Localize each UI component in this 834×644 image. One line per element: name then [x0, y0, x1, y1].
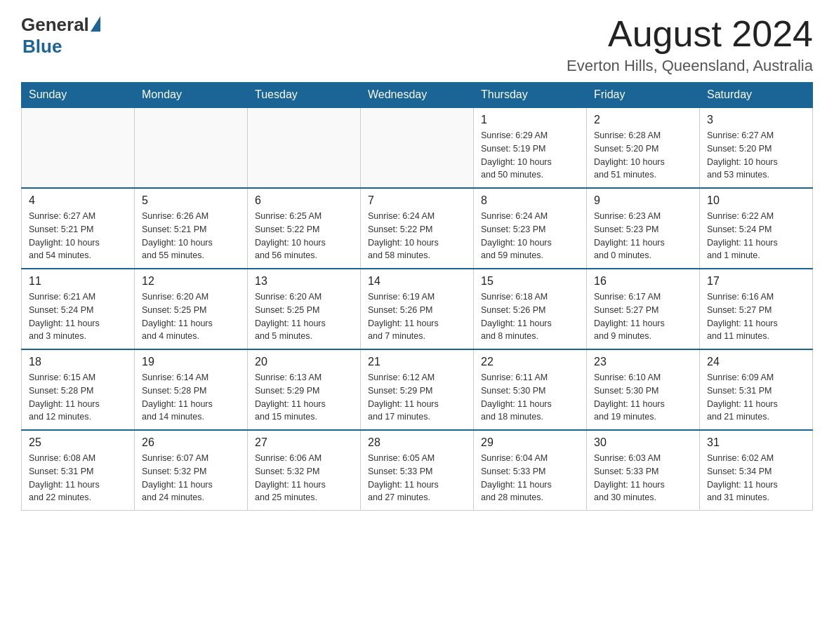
calendar-cell: 16Sunrise: 6:17 AM Sunset: 5:27 PM Dayli… — [587, 269, 700, 349]
day-info: Sunrise: 6:13 AM Sunset: 5:29 PM Dayligh… — [255, 371, 353, 424]
day-number: 28 — [368, 436, 466, 449]
calendar-cell: 26Sunrise: 6:07 AM Sunset: 5:32 PM Dayli… — [135, 430, 248, 511]
calendar-cell: 28Sunrise: 6:05 AM Sunset: 5:33 PM Dayli… — [361, 430, 474, 511]
calendar-cell: 2Sunrise: 6:28 AM Sunset: 5:20 PM Daylig… — [587, 107, 700, 188]
day-info: Sunrise: 6:26 AM Sunset: 5:21 PM Dayligh… — [142, 210, 240, 262]
calendar-cell: 31Sunrise: 6:02 AM Sunset: 5:34 PM Dayli… — [700, 430, 813, 511]
day-number: 4 — [29, 194, 127, 207]
day-number: 25 — [29, 436, 127, 449]
day-info: Sunrise: 6:06 AM Sunset: 5:32 PM Dayligh… — [255, 452, 353, 504]
day-number: 13 — [255, 275, 353, 288]
calendar-cell: 29Sunrise: 6:04 AM Sunset: 5:33 PM Dayli… — [474, 430, 587, 511]
calendar-cell: 1Sunrise: 6:29 AM Sunset: 5:19 PM Daylig… — [474, 107, 587, 188]
month-title: August 2024 — [567, 14, 813, 54]
day-number: 14 — [368, 275, 466, 288]
day-info: Sunrise: 6:29 AM Sunset: 5:19 PM Dayligh… — [481, 129, 579, 182]
day-number: 20 — [255, 356, 353, 368]
calendar-cell: 12Sunrise: 6:20 AM Sunset: 5:25 PM Dayli… — [135, 269, 248, 349]
day-number: 16 — [594, 275, 692, 288]
calendar-week-row: 4Sunrise: 6:27 AM Sunset: 5:21 PM Daylig… — [22, 188, 813, 269]
day-info: Sunrise: 6:05 AM Sunset: 5:33 PM Dayligh… — [368, 452, 466, 504]
day-number: 5 — [142, 194, 240, 207]
calendar-cell: 6Sunrise: 6:25 AM Sunset: 5:22 PM Daylig… — [248, 188, 361, 269]
day-info: Sunrise: 6:24 AM Sunset: 5:22 PM Dayligh… — [368, 210, 466, 262]
calendar-cell: 15Sunrise: 6:18 AM Sunset: 5:26 PM Dayli… — [474, 269, 587, 349]
weekday-header-sunday: Sunday — [22, 83, 135, 108]
calendar-cell: 20Sunrise: 6:13 AM Sunset: 5:29 PM Dayli… — [248, 349, 361, 430]
day-number: 31 — [707, 436, 805, 449]
day-number: 26 — [142, 436, 240, 449]
day-number: 30 — [594, 436, 692, 449]
calendar-cell — [361, 107, 474, 188]
calendar-cell: 22Sunrise: 6:11 AM Sunset: 5:30 PM Dayli… — [474, 349, 587, 430]
day-info: Sunrise: 6:23 AM Sunset: 5:23 PM Dayligh… — [594, 210, 692, 262]
day-number: 2 — [594, 114, 692, 126]
calendar-cell: 21Sunrise: 6:12 AM Sunset: 5:29 PM Dayli… — [361, 349, 474, 430]
page-header: General Blue August 2024 Everton Hills, … — [21, 14, 813, 75]
calendar-cell — [22, 107, 135, 188]
day-number: 24 — [707, 356, 805, 368]
calendar-cell: 25Sunrise: 6:08 AM Sunset: 5:31 PM Dayli… — [22, 430, 135, 511]
day-info: Sunrise: 6:27 AM Sunset: 5:21 PM Dayligh… — [29, 210, 127, 262]
day-number: 21 — [368, 356, 466, 368]
calendar-cell: 30Sunrise: 6:03 AM Sunset: 5:33 PM Dayli… — [587, 430, 700, 511]
day-number: 12 — [142, 275, 240, 288]
weekday-header-monday: Monday — [135, 83, 248, 108]
calendar-cell: 17Sunrise: 6:16 AM Sunset: 5:27 PM Dayli… — [700, 269, 813, 349]
weekday-header-saturday: Saturday — [700, 83, 813, 108]
calendar-week-row: 18Sunrise: 6:15 AM Sunset: 5:28 PM Dayli… — [22, 349, 813, 430]
day-info: Sunrise: 6:02 AM Sunset: 5:34 PM Dayligh… — [707, 452, 805, 504]
day-info: Sunrise: 6:08 AM Sunset: 5:31 PM Dayligh… — [29, 452, 127, 504]
calendar-cell: 10Sunrise: 6:22 AM Sunset: 5:24 PM Dayli… — [700, 188, 813, 269]
day-info: Sunrise: 6:15 AM Sunset: 5:28 PM Dayligh… — [29, 371, 127, 424]
calendar-cell — [248, 107, 361, 188]
day-info: Sunrise: 6:18 AM Sunset: 5:26 PM Dayligh… — [481, 290, 579, 343]
day-number: 3 — [707, 114, 805, 126]
calendar-cell: 14Sunrise: 6:19 AM Sunset: 5:26 PM Dayli… — [361, 269, 474, 349]
day-info: Sunrise: 6:20 AM Sunset: 5:25 PM Dayligh… — [255, 290, 353, 343]
day-number: 11 — [29, 275, 127, 288]
weekday-header-friday: Friday — [587, 83, 700, 108]
day-info: Sunrise: 6:04 AM Sunset: 5:33 PM Dayligh… — [481, 452, 579, 504]
day-number: 10 — [707, 194, 805, 207]
day-info: Sunrise: 6:20 AM Sunset: 5:25 PM Dayligh… — [142, 290, 240, 343]
calendar-header-row: SundayMondayTuesdayWednesdayThursdayFrid… — [22, 83, 813, 108]
calendar-cell: 3Sunrise: 6:27 AM Sunset: 5:20 PM Daylig… — [700, 107, 813, 188]
day-number: 17 — [707, 275, 805, 288]
day-number: 22 — [481, 356, 579, 368]
day-info: Sunrise: 6:16 AM Sunset: 5:27 PM Dayligh… — [707, 290, 805, 343]
calendar-cell: 9Sunrise: 6:23 AM Sunset: 5:23 PM Daylig… — [587, 188, 700, 269]
day-info: Sunrise: 6:17 AM Sunset: 5:27 PM Dayligh… — [594, 290, 692, 343]
day-number: 23 — [594, 356, 692, 368]
day-number: 6 — [255, 194, 353, 207]
day-number: 29 — [481, 436, 579, 449]
day-info: Sunrise: 6:09 AM Sunset: 5:31 PM Dayligh… — [707, 371, 805, 424]
calendar-cell: 4Sunrise: 6:27 AM Sunset: 5:21 PM Daylig… — [22, 188, 135, 269]
weekday-header-tuesday: Tuesday — [248, 83, 361, 108]
calendar-cell: 23Sunrise: 6:10 AM Sunset: 5:30 PM Dayli… — [587, 349, 700, 430]
calendar-cell: 18Sunrise: 6:15 AM Sunset: 5:28 PM Dayli… — [22, 349, 135, 430]
day-info: Sunrise: 6:19 AM Sunset: 5:26 PM Dayligh… — [368, 290, 466, 343]
calendar-cell: 11Sunrise: 6:21 AM Sunset: 5:24 PM Dayli… — [22, 269, 135, 349]
day-number: 19 — [142, 356, 240, 368]
weekday-header-thursday: Thursday — [474, 83, 587, 108]
calendar-cell: 19Sunrise: 6:14 AM Sunset: 5:28 PM Dayli… — [135, 349, 248, 430]
title-block: August 2024 Everton Hills, Queensland, A… — [567, 14, 813, 75]
logo: General Blue — [21, 14, 100, 58]
day-info: Sunrise: 6:14 AM Sunset: 5:28 PM Dayligh… — [142, 371, 240, 424]
calendar-cell: 8Sunrise: 6:24 AM Sunset: 5:23 PM Daylig… — [474, 188, 587, 269]
logo-triangle-icon — [91, 16, 100, 32]
calendar-cell: 27Sunrise: 6:06 AM Sunset: 5:32 PM Dayli… — [248, 430, 361, 511]
location-title: Everton Hills, Queensland, Australia — [567, 57, 813, 75]
day-info: Sunrise: 6:28 AM Sunset: 5:20 PM Dayligh… — [594, 129, 692, 182]
calendar-week-row: 25Sunrise: 6:08 AM Sunset: 5:31 PM Dayli… — [22, 430, 813, 511]
day-number: 1 — [481, 114, 579, 126]
calendar-week-row: 11Sunrise: 6:21 AM Sunset: 5:24 PM Dayli… — [22, 269, 813, 349]
day-info: Sunrise: 6:07 AM Sunset: 5:32 PM Dayligh… — [142, 452, 240, 504]
day-number: 27 — [255, 436, 353, 449]
day-info: Sunrise: 6:25 AM Sunset: 5:22 PM Dayligh… — [255, 210, 353, 262]
day-info: Sunrise: 6:03 AM Sunset: 5:33 PM Dayligh… — [594, 452, 692, 504]
day-info: Sunrise: 6:12 AM Sunset: 5:29 PM Dayligh… — [368, 371, 466, 424]
day-info: Sunrise: 6:11 AM Sunset: 5:30 PM Dayligh… — [481, 371, 579, 424]
day-info: Sunrise: 6:27 AM Sunset: 5:20 PM Dayligh… — [707, 129, 805, 182]
